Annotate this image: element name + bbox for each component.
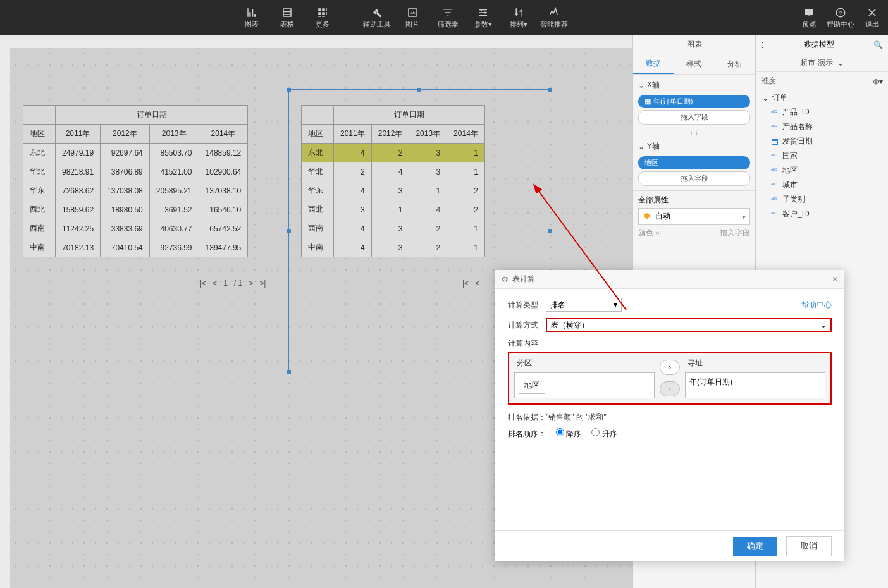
partition-label: 分区 (514, 358, 655, 369)
toolbar-group-center: 图表 表格 更多 (234, 7, 340, 29)
x-axis-label: X轴 (647, 80, 660, 90)
tree-item[interactable]: ABC地区 (760, 163, 884, 178)
partition-list[interactable]: 地区 (514, 372, 655, 398)
image-label: 图片 (405, 20, 419, 29)
color-drop: 拖入字段 (720, 228, 750, 238)
tools-icon (371, 7, 383, 18)
preview-button[interactable]: 预览 (793, 7, 825, 29)
exit-label: 退出 (865, 20, 879, 29)
content-label: 计算内容 (508, 338, 832, 349)
chevron-down-icon: ▾ (742, 212, 746, 221)
swap-axes-icon[interactable]: ↑ ↓ (633, 129, 755, 136)
pager-2[interactable]: |<< (462, 279, 479, 288)
filter-button[interactable]: 筛选器 (430, 7, 466, 29)
svg-text:ABC: ABC (771, 125, 777, 128)
order-label: 排名顺序： (508, 429, 546, 439)
calc-type-select[interactable]: 排名▾ (546, 298, 622, 312)
tree-item[interactable]: ABC城市 (760, 178, 884, 192)
svg-point-2 (481, 15, 483, 16)
cancel-button[interactable]: 取消 (786, 536, 832, 556)
chart-panel-title: 图表 (633, 35, 755, 54)
chevron-down-icon: ⌄ (762, 94, 768, 102)
move-right-button[interactable]: › (660, 360, 680, 375)
svg-point-0 (481, 9, 483, 11)
smart-button[interactable]: 智能推荐 (536, 7, 572, 29)
sort-button[interactable]: 排列▾ (501, 7, 536, 29)
y-axis-label: Y轴 (647, 141, 660, 152)
search-icon[interactable]: 🔍 (873, 40, 883, 49)
y-axis-section: ⌄Y轴 地区 拖入字段 (633, 136, 755, 190)
smart-label: 智能推荐 (540, 20, 568, 29)
param-button[interactable]: 参数▾ (466, 7, 501, 29)
chevron-down-icon: ▾ (614, 300, 617, 309)
y-axis-pill[interactable]: 地区 (638, 156, 750, 169)
bar-chart-icon (246, 7, 257, 18)
preview-label: 预览 (802, 20, 816, 29)
chart-button[interactable]: 图表 (234, 7, 269, 29)
x-axis-pill[interactable]: ▦年(订单日期) (638, 95, 750, 108)
calc-type-label: 计算类型 (508, 300, 546, 310)
attr-auto[interactable]: 自动▾ (638, 208, 750, 225)
top-toolbar: 图表 表格 更多 辅助工具 图片 筛选器 参数▾ 排列▾ 智能推荐 预览 ?帮助… (0, 0, 888, 35)
more-button[interactable]: 更多 (305, 7, 340, 29)
svg-text:ABC: ABC (771, 212, 777, 215)
chevron-down-icon: ⌄ (638, 81, 644, 90)
help-button[interactable]: ?帮助中心 (825, 7, 856, 29)
help-label: 帮助中心 (827, 20, 854, 29)
dimension-tree: ⌄订单 ABC产品_IDABC产品名称发货日期ABC国家ABC地区ABC城市AB… (756, 90, 888, 221)
calc-mode-select[interactable]: 表（横穿）⌄ (546, 318, 832, 332)
tree-item[interactable]: ABC子类别 (760, 192, 884, 207)
image-button[interactable]: 图片 (395, 7, 430, 29)
exit-button[interactable]: 退出 (856, 7, 888, 29)
color-label: 颜色 (638, 228, 653, 237)
tree-item[interactable]: ABC产品名称 (760, 119, 884, 134)
partition-item[interactable]: 地区 (519, 377, 545, 394)
tree-item[interactable]: ABC客户_ID (760, 207, 884, 221)
globe-icon[interactable]: ⊕▾ (873, 77, 883, 86)
modal-header: ⚙表计算 ✕ (495, 270, 844, 289)
tab-analysis[interactable]: 分析 (715, 54, 755, 74)
table-button[interactable]: 表格 (269, 7, 305, 29)
bulb-icon (643, 212, 651, 221)
tab-data[interactable]: 数据 (633, 54, 674, 74)
toolbar-group-right: 预览 ?帮助中心 退出 (793, 7, 888, 29)
sliders-icon (478, 7, 489, 18)
sort-label: 排列▾ (510, 20, 527, 29)
tab-style[interactable]: 样式 (674, 54, 714, 74)
pin-icon[interactable]: ⫿ (761, 40, 765, 49)
addressing-item[interactable]: 年(订单日期) (689, 377, 732, 388)
chevron-down-icon: ⌄ (837, 59, 844, 68)
rank-basis: 排名依据："销售额" 的 "求和" (508, 412, 832, 423)
dimension-header: 维度 (761, 76, 776, 87)
svg-text:ABC: ABC (771, 154, 777, 157)
model-source[interactable]: 超市-演示 ⌄ (756, 54, 888, 72)
x-axis-drop[interactable]: 拖入字段 (638, 110, 750, 125)
y-axis-drop[interactable]: 拖入字段 (638, 171, 750, 186)
aux-button[interactable]: 辅助工具 (359, 7, 395, 29)
tree-item[interactable]: ABC产品_ID (760, 105, 884, 119)
date-header: 订单日期 (56, 106, 248, 125)
table-calc-modal: ⚙表计算 ✕ 计算类型 排名▾ 帮助中心 计算方式 表（横穿）⌄ 计算内容 分区… (495, 270, 844, 561)
param-label: 参数▾ (474, 20, 492, 29)
addressing-label: 寻址 (685, 358, 825, 369)
attr-color-row[interactable]: 颜色 ⊙ 拖入字段 (638, 225, 750, 241)
order-asc[interactable]: 升序 (591, 428, 617, 439)
partition-addressing-box: 分区 地区 › ‹ 寻址 年(订单日期) (508, 352, 832, 405)
move-left-button[interactable]: ‹ (660, 381, 680, 396)
addressing-list[interactable]: 年(订单日期) (685, 372, 825, 398)
ok-button[interactable]: 确定 (733, 537, 777, 556)
grid-icon (317, 7, 328, 18)
monitor-icon (803, 7, 815, 18)
pager-1[interactable]: |<<1/ 1>>| (200, 279, 266, 288)
order-desc[interactable]: 降序 (556, 428, 581, 439)
tree-root[interactable]: ⌄订单 (760, 90, 884, 105)
tree-item[interactable]: 发货日期 (760, 134, 884, 149)
svg-point-1 (484, 11, 486, 13)
close-icon[interactable]: ✕ (832, 275, 838, 284)
svg-text:ABC: ABC (771, 110, 777, 113)
help-link[interactable]: 帮助中心 (801, 300, 832, 310)
chart-tabs: 数据 样式 分析 (633, 54, 755, 75)
tree-item[interactable]: ABC国家 (760, 149, 884, 163)
table-icon (281, 7, 293, 18)
chevron-down-icon: ⌄ (638, 142, 644, 151)
